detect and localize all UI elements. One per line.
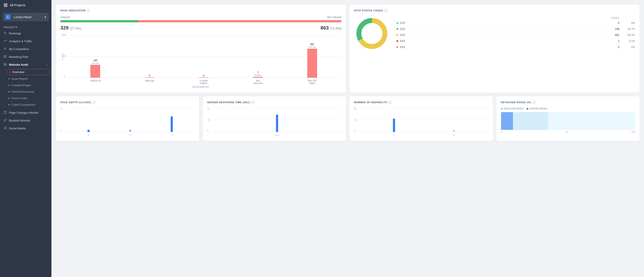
- found-resources-label: Found Resources: [12, 90, 34, 93]
- all-projects-label: All Projects: [10, 3, 26, 7]
- sidebar-item-page-changes[interactable]: Page Changes Monitor: [0, 109, 52, 117]
- page-depth-title: PAGE DEPTH (CLICKS) i: [60, 101, 195, 104]
- legend-row-3xx: 3XX 661 66.2%: [396, 32, 635, 38]
- sidebar-sub-found-links[interactable]: Found Links: [8, 95, 52, 101]
- http-content: PAGES 1XX 0 0%: [354, 16, 635, 51]
- page-indexation-title: PAGE INDEXATION i: [60, 9, 342, 12]
- svg-rect-3: [6, 5, 7, 7]
- row-2: PAGE DEPTH (CLICKS) i 1k 0: [56, 96, 640, 141]
- all-projects-link[interactable]: All Projects: [0, 0, 52, 10]
- sidebar-sub-issue-report[interactable]: Issue Report: [8, 75, 52, 82]
- bar-noncanon: 7 (0.8%): [253, 71, 263, 78]
- marketing-icon: [4, 55, 7, 59]
- dead-end-dot: [501, 108, 503, 110]
- redirects-bar-2: [454, 130, 454, 131]
- server-response-info[interactable]: i: [252, 101, 255, 104]
- social-label: Social Media: [9, 127, 26, 130]
- bar-xrobots: 0: [199, 74, 209, 78]
- found-links-label: Found Links: [12, 96, 27, 100]
- redirects-bar-1: [393, 119, 395, 132]
- rankings-icon: [4, 31, 7, 35]
- sidebar-sub-overview[interactable]: Overview: [7, 69, 52, 75]
- sidebar-item-rankings[interactable]: Rankings ›: [0, 29, 52, 37]
- overview-label: Overview: [12, 70, 24, 74]
- indexation-chart: PAGES 1000 500 0: [60, 35, 342, 84]
- sidebar-item-marketing[interactable]: Marketing Plan ›: [0, 53, 52, 61]
- backlink-label: Backlink Monitor: [9, 119, 30, 122]
- page-indexation-info[interactable]: i: [87, 9, 90, 12]
- indexed-bar-fill: [60, 20, 138, 22]
- orphan-bar: [501, 112, 513, 130]
- sidebar-item-social[interactable]: Social Media ›: [0, 124, 52, 132]
- http-status-card: HTTP STATUS CODES i: [350, 4, 640, 93]
- backlink-icon: [4, 119, 7, 122]
- sidebar: All Projects L Lonely Planet ▾ PROJECTS …: [0, 0, 52, 277]
- found-links-dot: [8, 98, 10, 99]
- social-icon: [4, 126, 7, 130]
- redirects-info[interactable]: i: [388, 101, 392, 104]
- bar-robots: 194 (22.5%): [90, 59, 100, 78]
- project-name: Lonely Planet: [14, 15, 32, 19]
- http-status-title: HTTP STATUS CODES i: [354, 9, 635, 12]
- crawled-dot: [8, 85, 10, 86]
- detached-pages-title: DETACHED PAGES (%) i: [501, 101, 635, 104]
- svg-point-4: [5, 47, 6, 49]
- issue-dot: [8, 78, 10, 79]
- sidebar-sub-crawled-pages[interactable]: Crawled Pages: [8, 82, 52, 88]
- dot-1xx: [396, 22, 398, 24]
- overview-active-dot: [9, 71, 10, 73]
- dot-5xx: [396, 46, 398, 48]
- competitors-chevron: ›: [47, 48, 48, 50]
- legend-header: PAGES: [396, 17, 635, 19]
- svg-line-14: [5, 127, 6, 128]
- dot-2xx: [396, 28, 398, 30]
- audit-icon: [4, 63, 7, 67]
- analytics-chevron: ›: [47, 40, 48, 42]
- detached-pages-info[interactable]: i: [532, 101, 536, 104]
- sidebar-sub-found-resources[interactable]: Found Resources: [8, 88, 52, 95]
- rankings-label: Rankings: [9, 32, 21, 35]
- not-indexed-count: 863 (72.4%): [320, 25, 342, 31]
- rankings-chevron: ›: [47, 32, 48, 35]
- competitors-label: My Competitors: [9, 47, 29, 51]
- depth-bar-3: [170, 116, 173, 132]
- bar-robots-fill: [90, 65, 100, 78]
- orphan-dot: [526, 108, 528, 110]
- backlink-chevron: ›: [47, 119, 48, 122]
- http-status-info[interactable]: i: [384, 9, 388, 12]
- depth-bar-1: [88, 130, 90, 132]
- project-icon: L: [5, 14, 10, 19]
- http-legend: PAGES 1XX 0 0%: [396, 17, 635, 50]
- legend-row-5xx: 5XX 0 0%: [396, 44, 635, 50]
- sidebar-item-website-audit[interactable]: Website Audit ⌄: [0, 61, 52, 69]
- page-depth-chart: 1k 0: [60, 107, 195, 136]
- svg-rect-1: [6, 3, 7, 5]
- page-depth-info[interactable]: i: [92, 101, 96, 104]
- indexed-count: 329 (27.6%): [60, 25, 82, 31]
- legend-row-2xx: 2XX 336 33.7%: [396, 26, 635, 32]
- sidebar-item-competitors[interactable]: My Competitors ›: [0, 45, 52, 53]
- svg-rect-2: [4, 5, 5, 7]
- sidebar-item-backlink[interactable]: Backlink Monitor ›: [0, 117, 52, 124]
- server-response-card: SERVER RESPONSE TIME (SEC) i 2k 1k 0: [203, 96, 346, 141]
- detached-x-labels: 0 50 100: [501, 131, 635, 133]
- indexation-numbers: 329 (27.6%) 863 (72.4%): [60, 25, 342, 31]
- bar-non200: 662 (76.7%): [307, 43, 317, 78]
- page-changes-icon: [4, 111, 7, 115]
- marketing-label: Marketing Plan: [9, 55, 28, 58]
- project-selector[interactable]: L Lonely Planet ▾: [3, 13, 49, 21]
- sidebar-item-analytics[interactable]: Analytics & Traffic ›: [0, 37, 52, 45]
- issue-label: Issue Report: [12, 77, 28, 80]
- detached-legend: DEAD-END PAGES ORPHAN PAGES: [501, 107, 635, 110]
- sidebar-sub-crawl-comparison[interactable]: Crawl Comparison: [8, 101, 52, 108]
- detached-chart: 0 50 100: [501, 112, 635, 134]
- legend-orphan: ORPHAN PAGES: [526, 107, 547, 110]
- svg-point-11: [4, 128, 5, 128]
- server-response-chart: 2k 1k 0 0-0.1: [207, 107, 342, 136]
- audit-chevron: ⌄: [46, 63, 48, 66]
- not-indexed-label: Not indexed: [327, 16, 342, 19]
- detached-pages-card: DETACHED PAGES (%) i DEAD-END PAGES ORPH…: [496, 96, 640, 141]
- redirects-card: NUMBER OF REDIRECTS i 20 10 0: [350, 96, 493, 141]
- indexation-labels: Indexed Not indexed: [60, 16, 342, 19]
- row-1: PAGE INDEXATION i Indexed Not indexed 32…: [56, 4, 640, 93]
